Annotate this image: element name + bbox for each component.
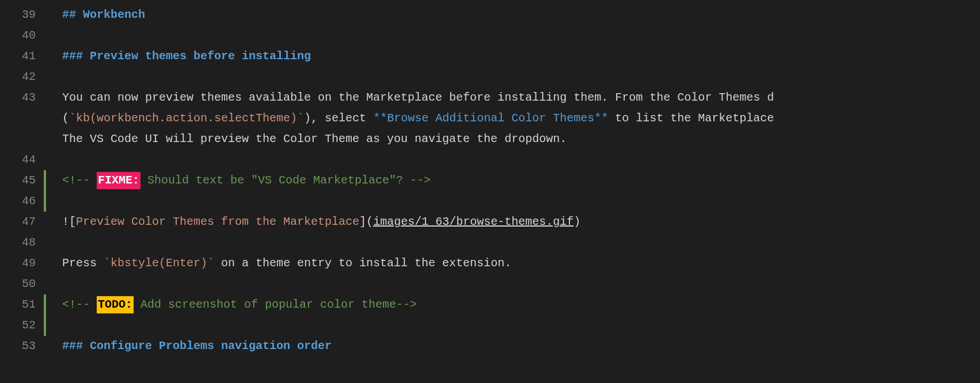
code-token: ]( <box>359 213 373 231</box>
line-number: 43 <box>0 87 46 108</box>
code-line-49[interactable]: Press `kbstyle(Enter)` on a theme entry … <box>62 253 980 274</box>
code-line-48[interactable] <box>62 232 980 253</box>
code-token: ![ <box>62 213 76 231</box>
code-token: to list the Marketplace <box>608 110 774 127</box>
line-number <box>0 129 46 150</box>
code-line-42[interactable] <box>62 67 980 87</box>
line-number: 53 <box>0 336 46 357</box>
code-token: FIXME: <box>97 172 140 189</box>
code-token: <!-- <box>62 172 97 189</box>
line-number: 46 <box>0 191 46 212</box>
code-token: Press <box>62 255 104 272</box>
code-token: TODO: <box>97 296 134 313</box>
code-token: ( <box>62 110 69 127</box>
code-editor[interactable]: 394041424344454647484950515253 ## Workbe… <box>0 0 980 383</box>
line-number <box>0 108 46 129</box>
code-token: The VS Code UI will preview the Color Th… <box>62 131 567 148</box>
code-token: ## Workbench <box>62 6 145 24</box>
code-token: `kb(workbench.action.selectTheme)` <box>69 110 304 127</box>
line-number: 50 <box>0 274 46 294</box>
code-line-44[interactable] <box>62 150 980 170</box>
code-line-41[interactable]: ### Preview themes before installing <box>62 46 980 67</box>
line-number: 51 <box>0 294 46 315</box>
code-line-43-wrap1[interactable]: (`kb(workbench.action.selectTheme)`), se… <box>62 108 980 129</box>
code-line-40[interactable] <box>62 25 980 46</box>
code-line-51[interactable]: <!-- TODO: Add screenshot of popular col… <box>62 294 980 315</box>
line-number: 52 <box>0 315 46 336</box>
line-number: 47 <box>0 212 46 232</box>
code-line-52[interactable] <box>62 315 980 336</box>
code-line-39[interactable]: ## Workbench <box>62 5 980 25</box>
code-token: Preview Color Themes from the Marketplac… <box>76 213 359 231</box>
line-number: 45 <box>0 170 46 191</box>
code-token: **Browse Additional Color Themes** <box>373 110 608 127</box>
line-number: 41 <box>0 46 46 67</box>
code-token: Add screenshot of popular color theme--> <box>134 296 417 313</box>
code-token: images/1_63/browse-themes.gif <box>373 213 573 231</box>
code-token: on a theme entry to install the extensio… <box>214 255 511 272</box>
code-line-47[interactable]: ![Preview Color Themes from the Marketpl… <box>62 212 980 232</box>
line-number: 39 <box>0 5 46 25</box>
code-line-43-wrap2[interactable]: The VS Code UI will preview the Color Th… <box>62 129 980 150</box>
line-number: 49 <box>0 253 46 274</box>
line-number-gutter: 394041424344454647484950515253 <box>0 0 46 383</box>
code-token: ### Configure Problems navigation order <box>62 338 332 355</box>
code-token: You can now preview themes available on … <box>62 89 774 106</box>
line-number: 48 <box>0 232 46 253</box>
line-number: 42 <box>0 67 46 87</box>
code-token: <!-- <box>62 296 97 313</box>
code-line-53[interactable]: ### Configure Problems navigation order <box>62 336 980 357</box>
code-token: Should text be "VS Code Marketplace"? --… <box>140 172 431 189</box>
code-line-43[interactable]: You can now preview themes available on … <box>62 87 980 108</box>
line-number: 44 <box>0 150 46 170</box>
code-token: ### Preview themes before installing <box>62 48 311 65</box>
code-content[interactable]: ## Workbench### Preview themes before in… <box>46 0 980 383</box>
code-line-50[interactable] <box>62 274 980 294</box>
code-token: ) <box>573 213 580 231</box>
line-number: 40 <box>0 25 46 46</box>
code-token: `kbstyle(Enter)` <box>104 255 214 272</box>
code-token: ), select <box>304 110 373 127</box>
code-line-46[interactable] <box>62 191 980 212</box>
code-line-45[interactable]: <!-- FIXME: Should text be "VS Code Mark… <box>62 170 980 191</box>
